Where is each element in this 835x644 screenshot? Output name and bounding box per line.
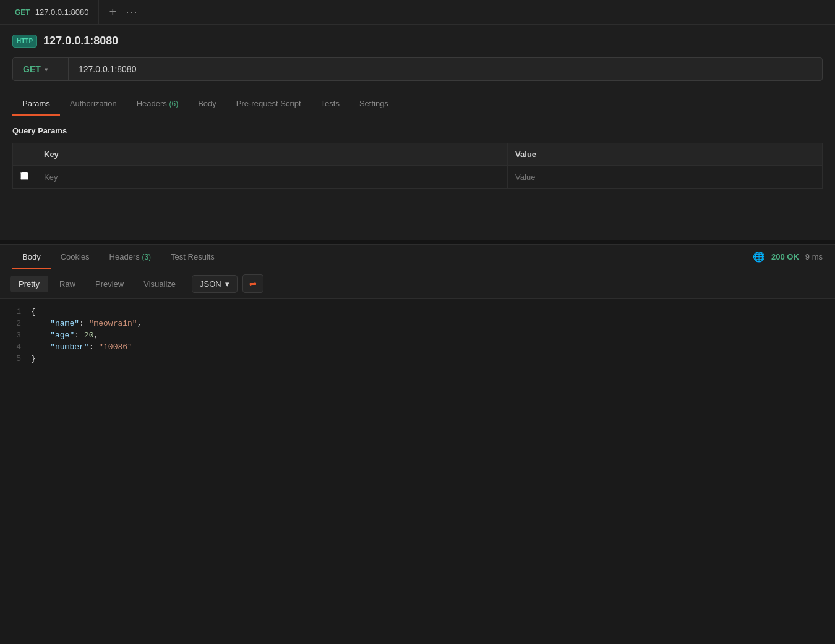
tab-body[interactable]: Body (188, 91, 226, 116)
tab-method-badge: GET (15, 8, 30, 17)
col-key-header: Key (36, 143, 508, 166)
tab-pre-request-script[interactable]: Pre-request Script (226, 91, 311, 116)
json-close-brace: } (31, 354, 36, 363)
format-preview-button[interactable]: Preview (87, 276, 132, 292)
wrap-icon: ⇌ (249, 279, 257, 289)
tab-settings[interactable]: Settings (349, 91, 398, 116)
language-label: JSON (200, 279, 221, 289)
line-number-4: 4 (0, 342, 31, 352)
line-number-2: 2 (0, 319, 31, 328)
section-divider (0, 240, 835, 245)
response-tab-body[interactable]: Body (12, 245, 51, 269)
language-selector[interactable]: JSON ▾ (192, 275, 238, 293)
json-key-number: "number" (50, 342, 88, 352)
table-row (13, 166, 823, 189)
request-section: HTTP 127.0.0.1:8080 GET ▾ (0, 25, 835, 91)
request-title-bar: HTTP 127.0.0.1:8080 (12, 35, 823, 48)
line-number-5: 5 (0, 354, 31, 363)
code-line-1: 1 { (0, 306, 835, 318)
col-checkbox (13, 143, 36, 166)
language-chevron-icon: ▾ (225, 279, 229, 289)
json-value-number: "10086" (98, 342, 132, 352)
tab-params[interactable]: Params (12, 91, 60, 116)
code-area: 1 { 2 "name": "meowrain", 3 "age": 20, 4… (0, 299, 835, 372)
params-section: Query Params Key Value (0, 116, 835, 240)
globe-icon: 🌐 (753, 251, 765, 263)
query-params-title: Query Params (12, 126, 823, 135)
params-table: Key Value (12, 143, 823, 189)
param-key-input[interactable] (44, 172, 500, 182)
line-number-3: 3 (0, 331, 31, 340)
tab-tests[interactable]: Tests (311, 91, 349, 116)
code-line-4: 4 "number": "10086" (0, 341, 835, 353)
add-tab-button[interactable]: + (109, 5, 116, 19)
http-badge: HTTP (12, 35, 37, 48)
method-label: GET (23, 64, 41, 74)
more-tabs-button[interactable]: ··· (126, 7, 138, 18)
response-meta: 🌐 200 OK 9 ms (753, 251, 823, 263)
param-checkbox[interactable] (20, 172, 28, 180)
url-bar: GET ▾ (12, 57, 823, 81)
headers-count-badge: (6) (169, 100, 178, 108)
response-tabs-bar: Body Cookies Headers (3) Test Results 🌐 … (0, 245, 835, 269)
method-selector[interactable]: GET ▾ (13, 58, 69, 80)
json-value-name: "meowrain" (89, 319, 137, 328)
json-open-brace: { (31, 307, 36, 316)
tab-bar: GET 127.0.0.1:8080 + ··· (0, 0, 835, 25)
response-tab-test-results[interactable]: Test Results (161, 245, 225, 269)
response-time: 9 ms (805, 252, 823, 261)
code-line-3: 3 "age": 20, (0, 329, 835, 341)
code-line-2: 2 "name": "meowrain", (0, 318, 835, 329)
json-key-age: "age" (50, 331, 74, 340)
response-headers-count-badge: (3) (142, 253, 151, 261)
request-tabs-nav: Params Authorization Headers (6) Body Pr… (0, 91, 835, 116)
param-value-cell[interactable] (508, 166, 823, 189)
format-raw-button[interactable]: Raw (51, 276, 84, 292)
line-number-1: 1 (0, 307, 31, 316)
status-badge: 200 OK (771, 252, 799, 261)
param-key-cell[interactable] (36, 166, 508, 189)
format-bar: Pretty Raw Preview Visualize JSON ▾ ⇌ (0, 269, 835, 299)
tab-actions: + ··· (99, 5, 148, 19)
col-value-header: Value (508, 143, 823, 166)
request-url-heading: 127.0.0.1:8080 (43, 35, 118, 48)
format-visualize-button[interactable]: Visualize (135, 276, 184, 292)
tab-authorization[interactable]: Authorization (60, 91, 127, 116)
request-tab[interactable]: GET 127.0.0.1:8080 (5, 0, 99, 25)
tab-url: 127.0.0.1:8080 (35, 7, 89, 17)
response-tab-headers[interactable]: Headers (3) (100, 245, 161, 269)
json-value-age: 20 (84, 331, 94, 340)
format-pretty-button[interactable]: Pretty (10, 276, 48, 292)
method-chevron-icon: ▾ (45, 66, 48, 73)
json-key-name: "name" (50, 319, 79, 328)
tab-headers[interactable]: Headers (6) (127, 91, 188, 116)
code-line-5: 5 } (0, 353, 835, 365)
row-checkbox[interactable] (13, 166, 36, 189)
word-wrap-button[interactable]: ⇌ (242, 274, 263, 293)
url-input[interactable] (69, 58, 822, 80)
param-value-input[interactable] (515, 172, 815, 182)
response-section: Body Cookies Headers (3) Test Results 🌐 … (0, 245, 835, 372)
response-tab-cookies[interactable]: Cookies (51, 245, 100, 269)
